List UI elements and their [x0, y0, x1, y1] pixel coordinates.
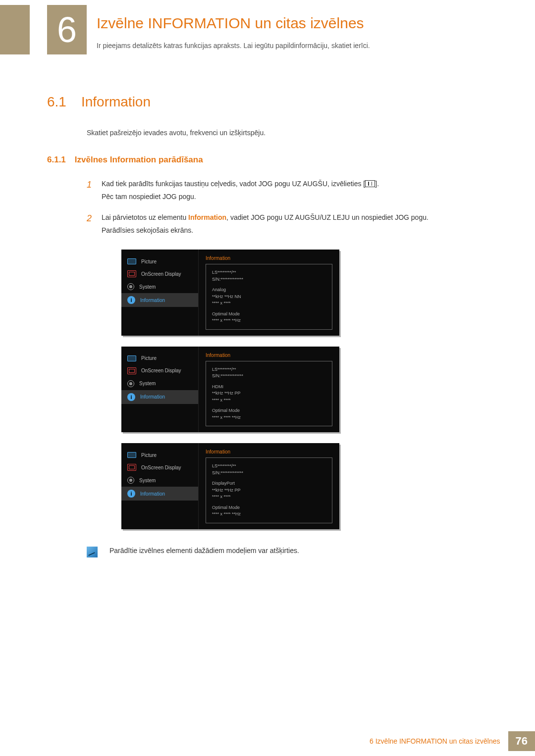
osd-content: InformationLS********/**S/N:************… [198, 443, 339, 529]
osd-info-box: LS********/**S/N:*************HDMI**kHz … [206, 361, 332, 427]
chapter-number-badge: 6 [47, 5, 87, 54]
step-text: Pēc tam nospiediet JOG pogu. [102, 190, 488, 203]
step-text: , vadiet JOG pogu UZ AUGŠU/UZ LEJU un no… [226, 213, 428, 221]
info-sn: S/N:************* [212, 276, 326, 283]
info-freq: **kHz **Hz PP [212, 390, 326, 397]
info-res: **** x **** [212, 300, 326, 307]
osd-menu-item-picture: Picture [121, 255, 198, 267]
section-intro: Skatiet pašreizējo ievades avotu, frekve… [87, 127, 488, 139]
footer: 6 Izvēlne INFORMATION un citas izvēlnes … [362, 731, 535, 751]
osd-label: Picture [141, 355, 157, 361]
subsection-number: 6.1.1 [47, 153, 66, 167]
info-res: **** x **** [212, 494, 326, 501]
info-model: LS********/** [212, 269, 326, 276]
osd-menu-item-onscreen: OnScreen Display [121, 461, 198, 474]
highlight-text: Information [188, 213, 226, 221]
footer-text: 6 Izvēlne INFORMATION un citas izvēlnes [362, 731, 508, 751]
step-text: Kad tiek parādīts funkcijas taustiņu ceļ… [102, 180, 365, 188]
osd-menu-item-information: iInformation [121, 293, 198, 307]
step-2: 2 Lai pārvietotos uz elementu Informatio… [87, 211, 488, 237]
osd-label: Information [140, 491, 165, 497]
osd-label: OnScreen Display [141, 271, 181, 277]
onscreen-icon [127, 367, 136, 374]
info-freq: **kHz **Hz NN [212, 294, 326, 301]
osd-panel: PictureOnScreen DisplaySystemiInformatio… [121, 347, 339, 433]
osd-menu-item-picture: Picture [121, 449, 198, 461]
onscreen-icon [127, 270, 136, 277]
info-sn: S/N:************* [212, 470, 326, 477]
step-text: ]. [375, 180, 379, 188]
osd-label: System [139, 284, 156, 290]
osd-label: Picture [141, 259, 157, 264]
osd-content-header: Information [206, 449, 332, 454]
info-res: **** x **** [212, 397, 326, 404]
osd-menu: PictureOnScreen DisplaySystemiInformatio… [121, 347, 198, 433]
picture-icon [127, 355, 136, 361]
osd-menu-item-system: System [121, 377, 198, 390]
gear-icon [127, 380, 134, 387]
info-optimal-label: Optimal Mode [212, 407, 326, 414]
osd-menu: PictureOnScreen DisplaySystemiInformatio… [121, 443, 198, 529]
info-icon: i [127, 490, 135, 498]
gear-icon [127, 477, 134, 484]
osd-label: Information [140, 394, 165, 400]
picture-icon [127, 258, 136, 264]
osd-menu-item-information: iInformation [121, 390, 198, 404]
osd-label: System [139, 381, 156, 386]
info-optimal-value: **** x **** **Hz [212, 511, 326, 518]
info-optimal-value: **** x **** **Hz [212, 317, 326, 324]
osd-panel: PictureOnScreen DisplaySystemiInformatio… [121, 443, 339, 529]
info-freq: **kHz **Hz PP [212, 487, 326, 494]
chapter-title: Izvēlne INFORMATION un citas izvēlnes [97, 15, 495, 32]
osd-label: OnScreen Display [141, 368, 181, 373]
osd-menu-item-system: System [121, 280, 198, 293]
osd-menu-item-information: iInformation [121, 487, 198, 501]
osd-content-header: Information [206, 255, 332, 261]
info-source: DisplayPort [212, 480, 326, 487]
info-icon: i [127, 296, 135, 304]
osd-content-header: Information [206, 353, 332, 358]
header-stripe [0, 5, 30, 54]
section-number: 6.1 [47, 94, 66, 110]
menu-icon [365, 180, 375, 187]
note-icon [87, 547, 98, 557]
osd-content: InformationLS********/**S/N:************… [198, 347, 339, 433]
note-text: Parādītie izvēlnes elementi dažādiem mod… [109, 547, 299, 554]
picture-icon [127, 452, 136, 458]
osd-menu-item-picture: Picture [121, 353, 198, 364]
osd-screenshots: PictureOnScreen DisplaySystemiInformatio… [121, 250, 488, 529]
gear-icon [127, 283, 134, 290]
osd-label: System [139, 478, 156, 483]
osd-info-box: LS********/**S/N:*************Analog**kH… [206, 264, 332, 330]
step-text: Parādīsies sekojošais ekrāns. [102, 224, 488, 237]
osd-content: InformationLS********/**S/N:************… [198, 250, 339, 336]
osd-menu: PictureOnScreen DisplaySystemiInformatio… [121, 250, 198, 336]
info-model: LS********/** [212, 463, 326, 470]
osd-info-box: LS********/**S/N:*************DisplayPor… [206, 457, 332, 523]
page-number: 76 [508, 731, 535, 751]
onscreen-icon [127, 464, 136, 471]
info-icon: i [127, 393, 135, 401]
osd-label: Information [140, 298, 165, 303]
section-title: Information [81, 94, 151, 110]
info-source: HDMI [212, 384, 326, 391]
subsection-title: Izvēlnes Information parādīšana [75, 153, 203, 167]
info-optimal-value: **** x **** **Hz [212, 414, 326, 421]
info-optimal-label: Optimal Mode [212, 504, 326, 511]
info-optimal-label: Optimal Mode [212, 311, 326, 318]
step-text: Lai pārvietotos uz elementu [102, 213, 188, 221]
osd-menu-item-onscreen: OnScreen Display [121, 267, 198, 280]
info-sn: S/N:************* [212, 373, 326, 380]
step-number: 2 [87, 211, 94, 237]
info-source: Analog [212, 287, 326, 294]
step-number: 1 [87, 177, 94, 203]
info-model: LS********/** [212, 366, 326, 373]
osd-panel: PictureOnScreen DisplaySystemiInformatio… [121, 250, 339, 336]
step-1: 1 Kad tiek parādīts funkcijas taustiņu c… [87, 177, 488, 203]
chapter-description: Ir pieejams detalizēts katras funkcijas … [97, 41, 495, 51]
osd-menu-item-system: System [121, 474, 198, 487]
osd-label: Picture [141, 453, 157, 458]
osd-label: OnScreen Display [141, 465, 181, 470]
note: Parādītie izvēlnes elementi dažādiem mod… [87, 547, 488, 557]
osd-menu-item-onscreen: OnScreen Display [121, 364, 198, 377]
